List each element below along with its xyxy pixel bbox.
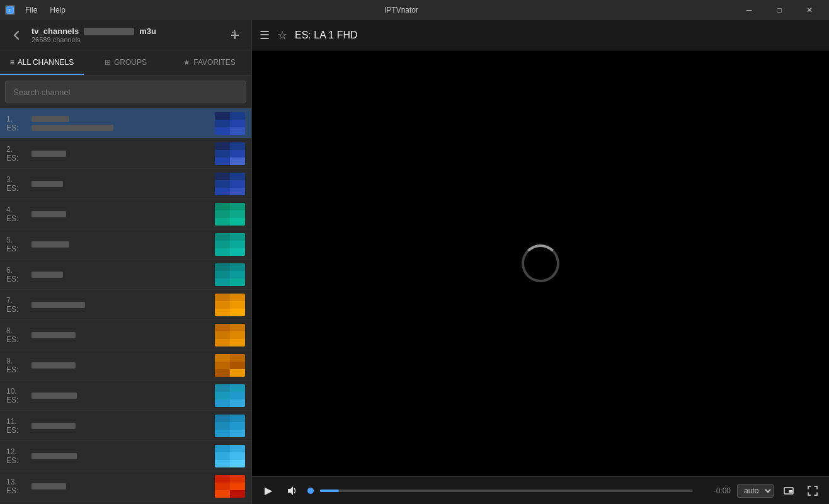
search-input[interactable] — [5, 81, 246, 103]
channel-item[interactable]: 10. ES: — [0, 381, 251, 411]
channel-number: 3. ES: — [6, 175, 26, 193]
pip-button[interactable] — [780, 482, 798, 500]
menu-file[interactable]: File — [23, 4, 40, 16]
svg-rect-7 — [789, 490, 792, 493]
channel-name-area — [31, 181, 210, 187]
channel-name-area — [31, 483, 210, 490]
menu-help[interactable]: Help — [47, 4, 68, 16]
channel-number: 1. ES: — [6, 115, 26, 132]
playlist-name-prefix: tv_channels — [31, 26, 79, 36]
tab-groups[interactable]: ⊞ GROUPS — [84, 50, 168, 75]
channel-thumbnail — [215, 384, 245, 407]
playlist-channel-count: 26589 channels — [31, 36, 220, 43]
channel-name-blur — [31, 181, 63, 187]
channel-item[interactable]: 1. ES: — [0, 108, 251, 139]
channel-thumbnail — [215, 263, 245, 286]
progress-fill — [320, 490, 339, 492]
channel-name-blur — [31, 453, 77, 459]
titlebar-left: T File Help — [5, 4, 68, 16]
channel-name-area — [31, 423, 210, 429]
titlebar-controls: ─ □ ✕ — [735, 0, 824, 20]
app-icon: T — [5, 5, 15, 15]
tabs: ≡ ALL CHANNELS ⊞ GROUPS ★ FAVORITES — [0, 50, 251, 76]
channel-thumbnail — [215, 173, 245, 195]
channel-thumbnail — [215, 203, 245, 226]
tab-all-channels-label: ALL CHANNELS — [18, 58, 74, 67]
channel-name-blur — [31, 423, 76, 429]
channel-item[interactable]: 3. ES: — [0, 169, 251, 199]
video-favorite-icon[interactable]: ☆ — [277, 28, 287, 42]
channel-number: 5. ES: — [6, 236, 26, 253]
channel-thumbnail — [215, 445, 245, 467]
channel-thumbnail — [215, 324, 245, 346]
channel-number: 10. ES: — [6, 387, 26, 404]
volume-button[interactable] — [283, 482, 301, 500]
channel-item[interactable]: 11. ES: — [0, 411, 251, 441]
video-controls: ▶ -0:00 auto — [252, 476, 829, 504]
channel-thumbnail — [215, 233, 245, 256]
channel-item[interactable]: 12. ES: — [0, 441, 251, 471]
channel-name-area — [31, 362, 210, 369]
channel-number: 12. ES: — [6, 447, 26, 465]
channel-name-area — [31, 302, 210, 308]
channel-name-area — [31, 116, 210, 131]
maximize-button[interactable]: □ — [765, 0, 794, 20]
quality-select[interactable]: auto — [737, 484, 774, 498]
channel-name-blur-secondary — [31, 125, 113, 131]
sidebar: tv_channels m3u 26589 channels ≡ ALL CHA… — [0, 20, 252, 504]
playlist-info: tv_channels m3u 26589 channels — [31, 26, 220, 43]
channel-thumbnail — [215, 354, 245, 377]
channel-number: 2. ES: — [6, 145, 26, 163]
channel-thumbnail — [215, 142, 245, 165]
svg-marker-5 — [288, 486, 293, 495]
channel-item[interactable]: 13. ES: — [0, 471, 251, 501]
channel-name-blur — [31, 362, 76, 369]
channel-name-blur — [31, 241, 69, 248]
tab-all-channels[interactable]: ≡ ALL CHANNELS — [0, 50, 84, 75]
loading-spinner — [522, 244, 559, 282]
groups-icon: ⊞ — [105, 58, 111, 67]
video-menu-icon[interactable]: ☰ — [260, 28, 270, 42]
channel-name-area — [31, 332, 210, 338]
favorites-icon: ★ — [183, 58, 190, 67]
app-title: IPTVnator — [68, 6, 735, 14]
progress-dot — [307, 488, 314, 494]
channel-name-area — [31, 211, 210, 217]
play-button[interactable]: ▶ — [260, 482, 277, 500]
channel-item[interactable]: 7. ES: — [0, 290, 251, 320]
back-button[interactable] — [8, 26, 25, 44]
channel-item[interactable]: 2. ES: — [0, 139, 251, 169]
channel-item[interactable]: 6. ES: — [0, 260, 251, 290]
close-button[interactable]: ✕ — [795, 0, 824, 20]
search-container — [0, 76, 251, 108]
tab-favorites-label: FAVORITES — [193, 58, 235, 67]
playlist-name-blurred — [84, 28, 134, 35]
all-channels-icon: ≡ — [10, 58, 14, 67]
channel-item[interactable]: 4. ES: — [0, 199, 251, 229]
channel-name-blur — [31, 151, 66, 157]
channel-thumbnail — [215, 294, 245, 316]
video-channel-title: ES: LA 1 FHD — [295, 30, 358, 41]
playlist-ext: m3u — [139, 26, 156, 36]
channel-item[interactable]: 8. ES: — [0, 320, 251, 350]
fullscreen-button[interactable] — [804, 482, 821, 500]
add-playlist-button[interactable] — [226, 26, 244, 44]
channel-list[interactable]: 1. ES:2. ES:3. ES:4. ES:5. ES:6. ES:7. E… — [0, 108, 251, 504]
tab-favorites[interactable]: ★ FAVORITES — [168, 50, 251, 75]
channel-name-area — [31, 392, 210, 399]
titlebar: T File Help IPTVnator ─ □ ✕ — [0, 0, 829, 20]
channel-name-blur — [31, 116, 69, 122]
channel-name-area — [31, 241, 210, 248]
channel-number: 6. ES: — [6, 266, 26, 284]
video-header: ☰ ☆ ES: LA 1 FHD — [252, 20, 829, 50]
channel-name-blur — [31, 392, 77, 399]
progress-bar[interactable] — [320, 490, 693, 492]
channel-number: 13. ES: — [6, 478, 26, 495]
channel-item[interactable]: 5. ES: — [0, 229, 251, 260]
time-display: -0:00 — [699, 486, 731, 495]
channel-name-blur — [31, 211, 66, 217]
channel-name-area — [31, 453, 210, 459]
channel-number: 9. ES: — [6, 357, 26, 374]
channel-item[interactable]: 9. ES: — [0, 350, 251, 381]
minimize-button[interactable]: ─ — [735, 0, 763, 20]
